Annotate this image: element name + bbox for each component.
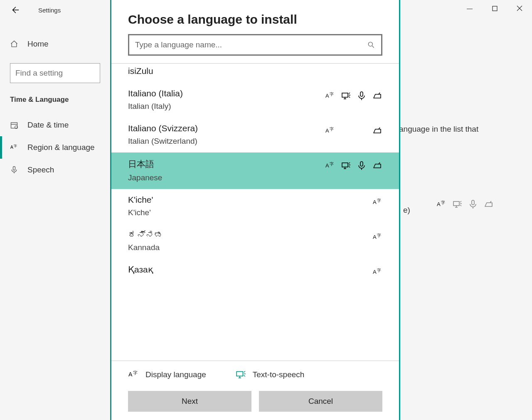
display-icon	[325, 161, 335, 171]
minimize-button[interactable]: —	[457, 0, 482, 17]
language-item[interactable]: Қазақ	[111, 259, 399, 285]
language-item[interactable]: isiZulu	[111, 64, 399, 83]
background-text: anguage in the list that	[399, 125, 478, 134]
display-icon	[372, 267, 382, 277]
language-features	[325, 91, 382, 101]
dialog-title: Choose a language to install	[111, 0, 399, 34]
text-to-speech-icon	[235, 369, 246, 380]
language-features	[372, 267, 382, 279]
sidebar-item-label: Date & time	[27, 120, 69, 130]
back-button[interactable]	[8, 3, 22, 17]
home-icon	[10, 40, 18, 48]
language-item[interactable]: ಕನ್ನಡKannada	[111, 224, 399, 259]
legend-label: Display language	[145, 370, 206, 379]
language-item[interactable]: Italiano (Italia)Italian (Italy)	[111, 83, 399, 118]
language-english-name: Kannada	[128, 243, 163, 252]
language-english-name: Japanese	[128, 173, 162, 182]
language-features	[325, 126, 382, 136]
sidebar-item-label: Home	[27, 39, 49, 49]
language-native-name: Қазақ	[128, 265, 153, 275]
language-item[interactable]: K'iche'K'iche'	[111, 189, 399, 224]
language-native-name: ಕನ್ನಡ	[128, 230, 163, 240]
background-text: e)	[403, 206, 410, 215]
language-native-name: K'iche'	[128, 195, 153, 205]
display-icon	[372, 197, 382, 207]
language-native-name: 日本語	[128, 158, 162, 170]
speech-icon	[357, 91, 367, 101]
language-english-name: K'iche'	[128, 208, 153, 217]
legend-label: Text-to-speech	[253, 370, 305, 379]
display-icon	[372, 232, 382, 242]
sidebar-item-label: Region & language	[27, 143, 95, 152]
language-native-name: isiZulu	[128, 66, 153, 76]
search-icon	[367, 41, 375, 49]
language-features	[372, 232, 382, 244]
language-list[interactable]: isiZuluItaliano (Italia)Italian (Italy)I…	[111, 64, 399, 361]
close-button[interactable]	[507, 0, 532, 17]
next-button[interactable]: Next	[128, 391, 251, 412]
maximize-button[interactable]	[482, 0, 507, 17]
sidebar-item-home[interactable]: Home	[0, 33, 110, 55]
display-language-icon	[128, 369, 139, 380]
display-icon	[325, 91, 335, 101]
find-setting-input[interactable]: Find a setting	[10, 63, 100, 83]
background-feature-icons	[436, 199, 494, 209]
language-search-input[interactable]: Type a language name...	[128, 34, 382, 56]
language-features	[372, 197, 382, 209]
language-item[interactable]: Italiano (Svizzera)Italian (Switzerland)	[111, 118, 399, 152]
hand-icon	[372, 161, 382, 171]
language-english-name: Italian (Switzerland)	[128, 137, 198, 146]
sidebar-item-speech[interactable]: Speech	[0, 159, 110, 181]
feature-legend: Display language Text-to-speech	[111, 361, 399, 388]
language-native-name: Italiano (Svizzera)	[128, 123, 198, 133]
sidebar-item-datetime[interactable]: Date & time	[0, 114, 110, 136]
mic-icon	[10, 166, 18, 174]
display-icon	[325, 126, 335, 136]
cancel-button[interactable]: Cancel	[259, 391, 382, 412]
speech-icon	[357, 161, 367, 171]
tts-icon	[341, 91, 351, 101]
tts-icon	[341, 161, 351, 171]
language-native-name: Italiano (Italia)	[128, 88, 183, 98]
sidebar-item-label: Speech	[27, 165, 54, 174]
window-title: Settings	[22, 7, 61, 14]
language-english-name: Italian (Italy)	[128, 102, 183, 111]
sidebar-section-label: Time & Language	[0, 96, 110, 114]
language-item[interactable]: 日本語Japanese	[111, 152, 399, 189]
language-features	[325, 161, 382, 171]
sidebar-item-region[interactable]: Region & language	[0, 136, 110, 159]
hand-icon	[372, 91, 382, 101]
svg-rect-12	[493, 6, 497, 11]
choose-language-dialog: Choose a language to install Type a lang…	[110, 0, 400, 420]
language-icon	[10, 143, 18, 152]
hand-icon	[372, 126, 382, 136]
calendar-icon	[10, 121, 18, 129]
